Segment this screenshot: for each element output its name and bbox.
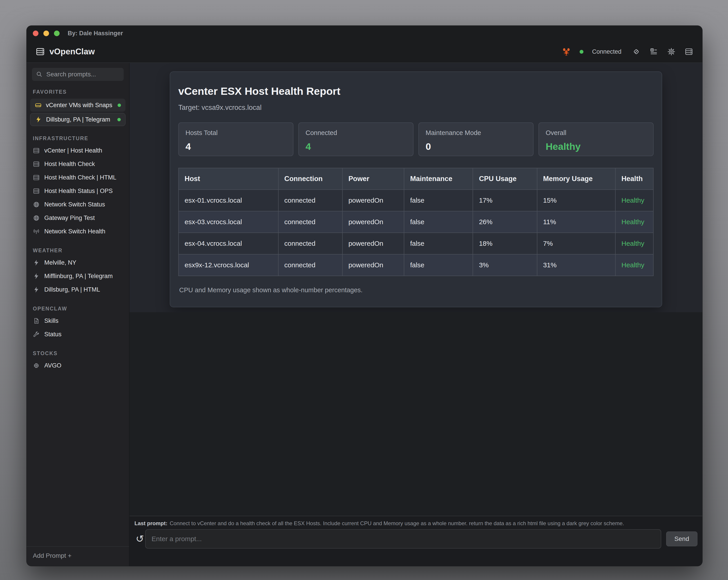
sidebar-item-label: vCenter VMs with Snaps [46, 102, 112, 109]
server-icon [33, 147, 40, 154]
search-box[interactable] [32, 68, 124, 81]
report-card: vCenter ESX Host Health Report Target: v… [170, 72, 662, 307]
cell-memory: 7% [537, 233, 615, 254]
sidebar-item-dillsburg-html[interactable]: Dillsburg, PA | HTML [27, 283, 129, 296]
cell-power: poweredOn [342, 190, 404, 211]
cell-host: esx9x-12.vcrocs.local [179, 254, 278, 276]
column-header-maintenance: Maintenance [404, 168, 473, 190]
sidebar-item-label: Mifflinburg, PA | Telegram [44, 273, 113, 280]
cell-memory: 31% [537, 254, 615, 276]
cell-maintenance: false [404, 211, 473, 233]
search-input[interactable] [46, 71, 128, 78]
report-note: CPU and Memory usage shown as whole-numb… [179, 286, 653, 294]
sidebar-item-skills[interactable]: Skills [27, 314, 129, 328]
bolt-icon [33, 286, 40, 293]
sidebar-item-label: Host Health Check [44, 161, 95, 168]
app-name: vOpenClaw [49, 47, 95, 56]
search-icon [36, 71, 43, 78]
sidebar-item-vcenter-host-health[interactable]: vCenter | Host Health [27, 144, 129, 157]
globe-icon [33, 215, 40, 221]
table-row: esx-01.vcrocs.local connected poweredOn … [179, 190, 653, 211]
table-header-row: Host Connection Power Maintenance CPU Us… [179, 168, 653, 190]
send-button[interactable]: Send [666, 531, 697, 546]
server-stack-icon [684, 47, 693, 56]
sidebar-item-host-health-check-html[interactable]: Host Health Check | HTML [27, 171, 129, 184]
add-prompt-button[interactable]: Add Prompt + [33, 552, 72, 559]
sidebar-item-network-switch-health[interactable]: Network Switch Health [27, 225, 129, 238]
sidebar-item-label: Host Health Status | OPS [44, 188, 113, 195]
minimize-window-button[interactable] [44, 31, 49, 36]
sidebar-item-host-health-status-ops[interactable]: Host Health Status | OPS [27, 184, 129, 198]
sidebar-item-mifflinburg-telegram[interactable]: Mifflinburg, PA | Telegram [27, 269, 129, 283]
table-row: esx-04.vcrocs.local connected poweredOn … [179, 233, 653, 254]
report-target: Target: vcsa9x.vcrocs.local [178, 104, 654, 112]
gear-icon [667, 47, 676, 56]
stat-card-maintenance-mode: Maintenance Mode 0 [418, 122, 534, 156]
cell-host: esx-03.vcrocs.local [179, 211, 278, 233]
cell-maintenance: false [404, 233, 473, 254]
column-header-memory-usage: Memory Usage [537, 168, 615, 190]
stats-row: Hosts Total 4 Connected 4 Maintenance Mo… [178, 122, 654, 156]
server-button[interactable] [684, 47, 693, 56]
globe-icon [33, 201, 40, 208]
sidebar-footer: Add Prompt + [27, 546, 129, 566]
server-icon [33, 188, 40, 195]
cell-power: poweredOn [342, 211, 404, 233]
server-icon [33, 161, 40, 168]
document-icon [33, 317, 40, 324]
stat-label: Overall [546, 129, 646, 137]
sidebar-item-gateway-ping-test[interactable]: Gateway Ping Test [27, 211, 129, 225]
active-status-dot [118, 118, 121, 121]
sidebar-item-dillsburg-telegram[interactable]: Dillsburg, PA | Telegram [30, 113, 126, 126]
column-header-health: Health [615, 168, 653, 190]
column-header-cpu-usage: CPU Usage [473, 168, 537, 190]
appbar: vOpenClaw Connected [27, 41, 702, 63]
section-label-favorites: FAVORITES [33, 89, 123, 95]
sidebar-item-label: AVGO [44, 362, 61, 369]
refresh-icon[interactable]: ↺ [134, 534, 145, 544]
sidebar-item-melville-ny[interactable]: Melville, NY [27, 256, 129, 269]
stat-card-overall: Overall Healthy [539, 122, 654, 156]
last-prompt-text: Connect to vCenter and do a health check… [170, 520, 624, 526]
chip-icon [33, 362, 40, 369]
settings-button[interactable] [667, 47, 676, 56]
host-health-table: Host Connection Power Maintenance CPU Us… [178, 168, 654, 276]
prompt-input[interactable] [145, 529, 661, 549]
section-label-infrastructure: INFRASTRUCTURE [33, 135, 123, 141]
cell-connection: connected [278, 233, 342, 254]
table-row: esx9x-12.vcrocs.local connected poweredO… [179, 254, 653, 276]
cell-host: esx-01.vcrocs.local [179, 190, 278, 211]
cell-cpu: 17% [473, 190, 537, 211]
cell-connection: connected [278, 254, 342, 276]
app-window: By: Dale Hassinger vOpenClaw Connected F… [27, 26, 702, 566]
prompt-footer: Last prompt:Connect to vCenter and do a … [130, 516, 702, 566]
sidebar-item-network-switch-status[interactable]: Network Switch Status [27, 198, 129, 211]
add-list-button[interactable] [649, 47, 658, 56]
wrench-icon [33, 331, 40, 338]
sidebar-item-avgo[interactable]: AVGO [27, 359, 129, 372]
zoom-window-button[interactable] [54, 31, 59, 36]
clear-button[interactable] [632, 47, 641, 56]
cell-connection: connected [278, 211, 342, 233]
sidebar-item-label: Dillsburg, PA | HTML [44, 286, 100, 293]
stat-label: Maintenance Mode [425, 129, 526, 137]
stat-label: Connected [306, 129, 406, 137]
lobster-icon [562, 47, 571, 56]
sidebar-item-label: Skills [44, 317, 58, 324]
connection-status-dot [580, 50, 583, 54]
close-window-button[interactable] [33, 31, 38, 36]
cell-health: Healthy [615, 254, 653, 276]
bolt-icon [35, 116, 42, 123]
sidebar-item-host-health-check[interactable]: Host Health Check [27, 157, 129, 171]
table-row: esx-03.vcrocs.local connected poweredOn … [179, 211, 653, 233]
cell-health: Healthy [615, 233, 653, 254]
list-add-icon [650, 47, 658, 56]
sidebar-item-status[interactable]: Status [27, 328, 129, 341]
active-status-dot [118, 104, 121, 107]
server-stack-logo-icon [35, 47, 45, 56]
column-header-host: Host [179, 168, 278, 190]
sidebar-item-vcenter-vms-with-snaps[interactable]: vCenter VMs with Snaps [30, 99, 126, 112]
titlebar: By: Dale Hassinger [27, 26, 702, 41]
prompt-input-row: ↺ Send [134, 529, 697, 549]
broadcast-icon [33, 228, 40, 235]
